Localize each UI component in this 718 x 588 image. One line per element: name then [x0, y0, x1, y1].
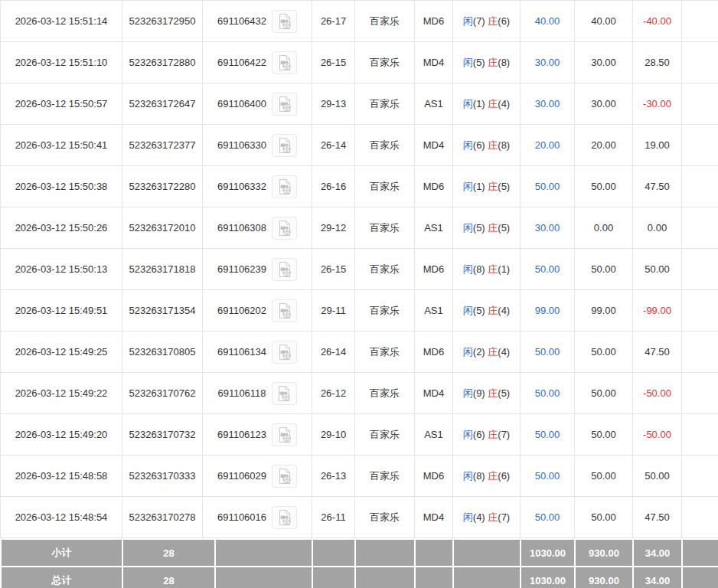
game-result: 闲(9) 庄(5)	[453, 373, 521, 414]
video-file-icon	[277, 137, 292, 154]
round-id: 691106016	[217, 511, 266, 523]
total-bet-total: 1030.00	[521, 567, 575, 588]
subtotal-empty-cell	[312, 539, 355, 567]
bet-amount: 50.00	[521, 373, 575, 414]
valid-amount: 0.00	[575, 207, 633, 249]
round-id: 691106239	[217, 263, 266, 275]
bet-id: 523263172647	[122, 83, 203, 125]
bet-amount: 40.00	[521, 1, 575, 42]
valid-amount: 30.00	[575, 42, 633, 83]
room-code: MD4	[415, 42, 453, 83]
bet-id: 523263170278	[122, 497, 203, 538]
player-score: (1)	[473, 181, 485, 192]
game-name: 百家乐	[355, 166, 415, 207]
video-replay-button[interactable]	[272, 217, 297, 240]
summary-table: 小计 28 1030.00 930.00 34.00 总计 28	[0, 538, 718, 588]
round-cell: 691106202	[203, 290, 312, 332]
total-valid-total: 930.00	[575, 567, 633, 588]
total-empty-cell	[215, 567, 312, 588]
video-replay-button[interactable]	[272, 423, 297, 446]
bet-amount: 50.00	[521, 497, 575, 538]
bet-time: 2026-03-12 15:50:26	[1, 207, 122, 249]
player-score: (7)	[473, 15, 485, 27]
bet-id: 523263171818	[122, 249, 203, 290]
video-replay-button[interactable]	[272, 175, 297, 198]
video-replay-button[interactable]	[272, 341, 297, 364]
game-name: 百家乐	[355, 83, 415, 125]
table-code: 26-17	[312, 1, 355, 42]
subtotal-bet-total: 1030.00	[521, 539, 575, 567]
table-row: 2026-03-12 15:50:41 523263172377 6911063…	[1, 125, 718, 166]
banker-label: 庄	[488, 346, 498, 358]
win-loss-amount: 0.00	[633, 207, 682, 249]
banker-score: (8)	[498, 139, 510, 151]
game-name: 百家乐	[355, 42, 415, 83]
empty-cell	[682, 332, 718, 373]
video-replay-button[interactable]	[272, 10, 297, 33]
video-file-icon	[277, 13, 292, 30]
game-name: 百家乐	[355, 1, 415, 42]
game-result: 闲(8) 庄(6)	[453, 456, 521, 497]
video-replay-button[interactable]	[272, 258, 297, 281]
bet-time: 2026-03-12 15:51:14	[1, 1, 122, 42]
table-code: 26-16	[312, 166, 355, 207]
total-count: 28	[122, 567, 215, 588]
win-loss-amount: 19.00	[633, 125, 682, 166]
player-label: 闲	[463, 15, 473, 27]
video-file-icon	[277, 96, 292, 113]
banker-score: (1)	[498, 263, 510, 275]
valid-amount: 50.00	[575, 166, 633, 207]
game-result: 闲(8) 庄(1)	[453, 249, 521, 290]
player-score: (6)	[473, 429, 485, 440]
bet-amount: 50.00	[521, 332, 575, 373]
video-replay-button[interactable]	[272, 382, 297, 405]
banker-score: (7)	[498, 511, 510, 523]
table-row: 2026-03-12 15:50:26 523263172010 6911063…	[1, 207, 718, 249]
valid-amount: 40.00	[575, 1, 633, 42]
table-row: 2026-03-12 15:49:51 523263171354 6911062…	[1, 290, 718, 332]
win-loss-amount: 50.00	[633, 456, 682, 497]
round-cell: 691106330	[203, 125, 312, 166]
table-row: 2026-03-12 15:49:25 523263170805 6911061…	[1, 332, 718, 373]
win-loss-amount: 28.50	[633, 42, 682, 83]
round-cell: 691106332	[203, 166, 312, 207]
table-row: 2026-03-12 15:50:38 523263172280 6911063…	[1, 166, 718, 207]
banker-score: (4)	[498, 98, 510, 109]
video-replay-button[interactable]	[272, 93, 297, 116]
win-loss-amount: 47.50	[633, 332, 682, 373]
game-name: 百家乐	[355, 290, 415, 332]
round-cell: 691106432	[203, 1, 312, 42]
round-cell: 691106123	[203, 414, 312, 456]
player-score: (1)	[473, 98, 485, 109]
subtotal-payout-total: 34.00	[633, 539, 682, 567]
player-label: 闲	[463, 346, 473, 358]
game-name: 百家乐	[355, 125, 415, 166]
video-replay-button[interactable]	[272, 299, 297, 322]
video-replay-button[interactable]	[272, 134, 297, 157]
bet-table-body: 2026-03-12 15:51:14 523263172950 6911064…	[1, 1, 718, 538]
valid-amount: 99.00	[575, 290, 633, 332]
room-code: AS1	[415, 290, 453, 332]
table-row: 2026-03-12 15:50:13 523263171818 6911062…	[1, 249, 718, 290]
total-payout-total: 34.00	[633, 567, 682, 588]
valid-amount: 50.00	[575, 497, 633, 538]
video-replay-button[interactable]	[272, 51, 297, 74]
bet-time: 2026-03-12 15:49:20	[1, 414, 122, 456]
empty-cell	[682, 497, 718, 538]
bet-id: 523263170732	[122, 414, 203, 456]
bet-amount: 99.00	[521, 290, 575, 332]
subtotal-valid-total: 930.00	[575, 539, 633, 567]
banker-label: 庄	[488, 181, 498, 192]
bet-amount: 30.00	[521, 83, 575, 125]
video-file-icon	[277, 178, 292, 195]
subtotal-empty-cell	[453, 539, 521, 567]
room-code: AS1	[415, 414, 453, 456]
video-replay-button[interactable]	[272, 506, 297, 529]
table-code: 26-14	[312, 125, 355, 166]
bet-amount: 20.00	[521, 125, 575, 166]
bet-id: 523263171354	[122, 290, 203, 332]
win-loss-amount: 50.00	[633, 249, 682, 290]
empty-cell	[682, 373, 718, 414]
game-result: 闲(4) 庄(7)	[453, 497, 521, 538]
video-replay-button[interactable]	[272, 465, 297, 488]
